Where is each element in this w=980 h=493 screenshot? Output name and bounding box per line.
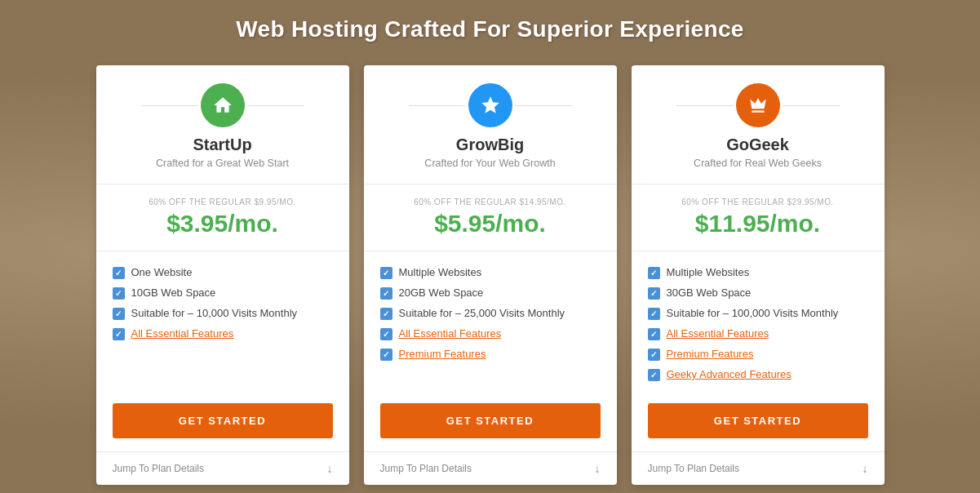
plan-card-startup: StartUp Crafted for a Great Web Start 60… [96, 65, 349, 485]
jump-to-plan-label: Jump To Plan Details [113, 463, 205, 474]
plan-subtitle: Crafted for Your Web Growth [380, 158, 601, 169]
feature-check-icon [648, 287, 660, 300]
plan-header: StartUp Crafted for a Great Web Start [96, 65, 349, 184]
plan-footer[interactable]: Jump To Plan Details ↓ [364, 451, 617, 485]
feature-check-icon [380, 267, 392, 279]
plan-icon-wrap [380, 83, 601, 127]
feature-item: Geeky Advanced Features [648, 368, 868, 381]
feature-item: Multiple Websites [648, 266, 868, 279]
feature-link-4[interactable]: Premium Features [667, 348, 754, 360]
plan-subtitle: Crafted for a Great Web Start [113, 158, 333, 169]
plan-features: One Website 10GB Web Space Suitable for … [96, 251, 349, 403]
plan-name: GoGeek [648, 135, 868, 154]
feature-item: Suitable for – 10,000 Visits Monthly [113, 307, 333, 320]
feature-item: Suitable for – 100,000 Visits Monthly [648, 307, 868, 320]
feature-item: All Essential Features [648, 327, 868, 340]
feature-check-icon [113, 267, 125, 279]
feature-item: 10GB Web Space [113, 286, 333, 300]
plans-container: StartUp Crafted for a Great Web Start 60… [62, 65, 919, 485]
plan-footer[interactable]: Jump To Plan Details ↓ [96, 451, 349, 485]
jump-to-plan-label: Jump To Plan Details [380, 463, 472, 474]
feature-text: 10GB Web Space [131, 286, 216, 299]
plan-pricing: 60% OFF THE REGULAR $14.95/MO. $5.95/mo. [364, 184, 617, 251]
feature-text: Multiple Websites [667, 266, 750, 278]
feature-text: One Website [131, 266, 193, 278]
plan-price: $5.95/mo. [380, 210, 601, 238]
feature-text: 20GB Web Space [399, 286, 484, 299]
feature-text: Suitable for – 10,000 Visits Monthly [131, 307, 298, 319]
feature-check-icon [380, 308, 392, 320]
feature-item: Premium Features [380, 348, 601, 361]
feature-link-5[interactable]: Geeky Advanced Features [667, 368, 792, 380]
feature-check-icon [380, 349, 392, 361]
feature-text: Suitable for – 100,000 Visits Monthly [667, 307, 839, 319]
discount-text: 60% OFF THE REGULAR $29.95/MO. [648, 198, 868, 207]
plan-header: GoGeek Crafted for Real Web Geeks [632, 65, 885, 184]
feature-check-icon [648, 267, 660, 279]
plan-name: StartUp [113, 135, 333, 154]
plan-pricing: 60% OFF THE REGULAR $9.95/MO. $3.95/mo. [96, 184, 349, 251]
plan-icon-wrap [648, 83, 868, 127]
feature-check-icon [380, 287, 392, 300]
down-arrow-icon: ↓ [595, 462, 601, 475]
feature-check-icon [113, 287, 125, 300]
feature-text: Suitable for – 25,000 Visits Monthly [399, 307, 565, 319]
feature-link-3[interactable]: All Essential Features [131, 327, 234, 340]
feature-item: 30GB Web Space [648, 286, 868, 300]
feature-link-4[interactable]: Premium Features [399, 348, 486, 360]
plan-name: GrowBig [380, 135, 601, 154]
discount-text: 60% OFF THE REGULAR $14.95/MO. [380, 198, 601, 207]
feature-text: 30GB Web Space [667, 286, 752, 299]
plan-features: Multiple Websites 20GB Web Space Suitabl… [364, 251, 617, 403]
feature-item: Multiple Websites [380, 266, 601, 279]
discount-text: 60% OFF THE REGULAR $9.95/MO. [113, 198, 333, 207]
plan-card-growbig: GrowBig Crafted for Your Web Growth 60% … [364, 65, 617, 485]
get-started-button[interactable]: GET STARTED [380, 403, 601, 438]
feature-check-icon [648, 308, 660, 320]
feature-check-icon [113, 308, 125, 320]
plan-cta: GET STARTED [632, 403, 885, 451]
plan-pricing: 60% OFF THE REGULAR $29.95/MO. $11.95/mo… [632, 184, 885, 251]
home-icon [201, 83, 245, 127]
crown-icon [736, 83, 780, 127]
feature-check-icon [648, 369, 660, 381]
feature-check-icon [648, 328, 660, 340]
down-arrow-icon: ↓ [327, 462, 333, 475]
feature-item: Premium Features [648, 348, 868, 361]
get-started-button[interactable]: GET STARTED [648, 403, 868, 438]
down-arrow-icon: ↓ [862, 462, 868, 475]
plan-card-gogeek: GoGeek Crafted for Real Web Geeks 60% OF… [632, 65, 885, 485]
feature-link-3[interactable]: All Essential Features [667, 327, 769, 340]
plan-header: GrowBig Crafted for Your Web Growth [364, 65, 617, 184]
feature-item: All Essential Features [113, 327, 333, 340]
feature-item: Suitable for – 25,000 Visits Monthly [380, 307, 601, 320]
jump-to-plan-label: Jump To Plan Details [648, 463, 740, 474]
feature-item: All Essential Features [380, 327, 601, 340]
plan-cta: GET STARTED [364, 403, 617, 451]
feature-check-icon [648, 349, 660, 361]
plan-icon-wrap [113, 83, 333, 127]
plan-footer[interactable]: Jump To Plan Details ↓ [632, 451, 885, 485]
feature-text: Multiple Websites [399, 266, 482, 278]
plan-subtitle: Crafted for Real Web Geeks [648, 158, 868, 169]
feature-link-3[interactable]: All Essential Features [399, 327, 502, 340]
feature-item: 20GB Web Space [380, 286, 601, 300]
star-icon [468, 83, 512, 127]
feature-item: One Website [113, 266, 333, 279]
page-title: Web Hosting Crafted For Superior Experie… [236, 16, 743, 42]
plan-cta: GET STARTED [96, 403, 349, 451]
feature-check-icon [380, 328, 392, 340]
plan-price: $3.95/mo. [113, 210, 333, 238]
feature-check-icon [113, 328, 125, 340]
plan-price: $11.95/mo. [648, 210, 868, 238]
plan-features: Multiple Websites 30GB Web Space Suitabl… [632, 251, 885, 403]
get-started-button[interactable]: GET STARTED [113, 403, 333, 438]
